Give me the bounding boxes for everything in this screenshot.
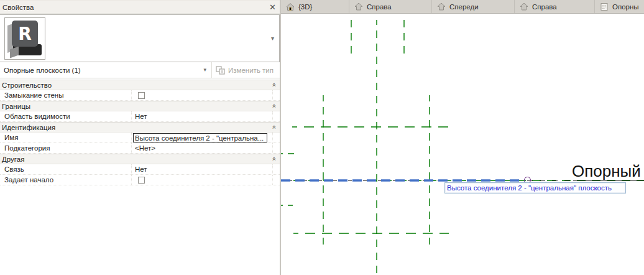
properties-title: Свойства (2, 4, 34, 11)
chevron-down-icon[interactable]: ▾ (271, 35, 274, 42)
property-row: Подкатегория <Нет> (0, 143, 280, 154)
collapse-chevron-icon[interactable]: » (269, 157, 277, 161)
collapse-chevron-icon[interactable]: » (269, 83, 277, 86)
wall-closure-checkbox[interactable] (138, 92, 145, 99)
name-field[interactable]: Высота соединителя 2 - "центральна... (133, 133, 267, 142)
type-selector-value: Опорные плоскости (1) (4, 67, 81, 74)
level-name-text[interactable]: Опорный (572, 162, 641, 181)
elevation-icon (354, 2, 363, 11)
link-value[interactable]: Нет (132, 164, 280, 174)
view-tab-front[interactable]: Спереди (432, 0, 515, 13)
properties-panel: Свойства ✕ R ▾ Опорные плоскости (1) ▾ (0, 0, 280, 275)
home-3d-icon (286, 2, 295, 11)
revit-window: Свойства ✕ R ▾ Опорные плоскости (1) ▾ (0, 0, 644, 275)
view-tab-bar: {3D} Справа Спереди Справа Опорны (281, 0, 644, 14)
collapse-chevron-icon[interactable]: » (269, 105, 277, 108)
drawing-area[interactable]: Опорный Высота соединителя 2 - "централь… (281, 14, 644, 275)
type-preview-box[interactable]: R ▾ (0, 14, 280, 62)
property-row: Задает начало (0, 175, 280, 185)
property-row: Имя Высота соединителя 2 - "центральна..… (0, 133, 280, 143)
plan-view-icon (600, 2, 609, 11)
defines-origin-checkbox[interactable] (138, 177, 145, 184)
elevation-icon (520, 2, 528, 11)
view-tab-3d[interactable]: {3D} (281, 0, 349, 13)
edit-type-icon (216, 66, 225, 75)
group-row[interactable]: Идентификация » (0, 122, 280, 133)
selected-plane-tooltip: Высота соединителя 2 - "центральная" пло… (444, 182, 626, 193)
group-row[interactable]: Другая » (0, 154, 280, 164)
close-icon[interactable]: ✕ (269, 2, 276, 13)
reference-planes-drawing (281, 14, 644, 275)
group-row[interactable]: Границы » (0, 101, 280, 111)
view-tab-ref-level[interactable]: Опорны (595, 0, 644, 13)
edit-type-button[interactable]: Изменить тип (211, 62, 280, 78)
property-row: Область видимости Нет (0, 111, 280, 122)
property-row: Замыкание стены (0, 90, 280, 101)
property-row: Связь Нет (0, 164, 280, 175)
revit-logo-icon: R (6, 19, 44, 58)
view-tab-right-1[interactable]: Справа (349, 0, 432, 13)
subcategory-value[interactable]: <Нет> (132, 143, 280, 153)
edit-type-label: Изменить тип (228, 67, 274, 74)
chevron-down-icon: ▾ (203, 67, 206, 73)
collapse-chevron-icon[interactable]: » (269, 126, 277, 129)
property-grid: Строительство » Замыкание стены Границы … (0, 80, 280, 275)
view-tab-right-2[interactable]: Справа (515, 0, 595, 13)
type-selector-combo[interactable]: Опорные плоскости (1) ▾ (0, 62, 211, 78)
properties-header: Свойства ✕ (0, 1, 280, 14)
scope-box-value[interactable]: Нет (132, 111, 280, 121)
family-thumbnail: R (4, 17, 45, 60)
group-row[interactable]: Строительство » (0, 80, 280, 90)
type-selector-row: Опорные плоскости (1) ▾ Изменить тип (0, 62, 280, 78)
elevation-icon (437, 2, 446, 11)
